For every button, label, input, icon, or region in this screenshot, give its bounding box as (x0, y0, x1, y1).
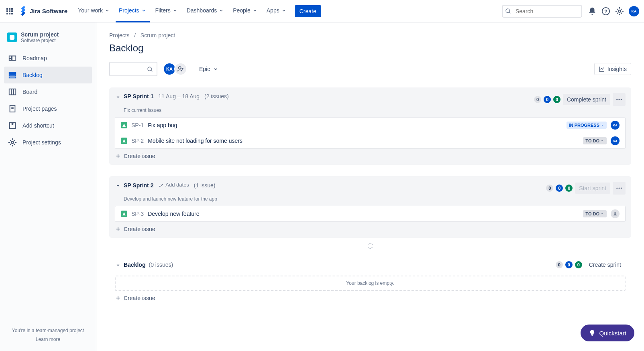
badge-inprogress: 0 (544, 96, 551, 103)
main-content: Projects / Scrum project Backlog KA Epic (96, 22, 644, 351)
chevron-down-icon (141, 8, 147, 13)
chevron-down-icon[interactable] (115, 183, 121, 189)
add-person-icon (177, 65, 184, 73)
epic-label: Epic (199, 66, 210, 72)
search-icon (505, 8, 512, 14)
status-badge[interactable]: TO DO (583, 137, 607, 144)
unassigned-avatar[interactable] (611, 209, 620, 218)
sprint-action-button[interactable]: Complete sprint (563, 94, 610, 105)
status-badge[interactable]: TO DO (583, 210, 607, 217)
search-input[interactable] (502, 5, 582, 18)
sidebar-item-label: Project settings (22, 139, 61, 146)
create-issue-label: Create issue (124, 226, 155, 232)
create-sprint-button[interactable]: Create sprint (585, 259, 626, 271)
svg-line-1 (509, 12, 510, 13)
chevron-down-icon[interactable] (115, 94, 121, 100)
sidebar-item-board[interactable]: Board (4, 83, 92, 100)
jira-logo[interactable]: Jira Software (18, 6, 67, 16)
story-icon (121, 122, 127, 128)
nav-item-people[interactable]: People (230, 0, 261, 22)
nav-label: Apps (267, 7, 279, 14)
sprint-section: SP Sprint 2 Add dates (1 issue) 0 0 0 St… (109, 176, 631, 238)
learn-more-link[interactable]: Learn more (9, 337, 87, 342)
nav-item-dashboards[interactable]: Dashboards (183, 0, 228, 22)
app-switcher-icon[interactable] (5, 6, 14, 16)
breadcrumb-project[interactable]: Scrum project (141, 32, 175, 39)
insights-button[interactable]: Insights (594, 63, 631, 75)
issue-key[interactable]: SP-2 (131, 138, 144, 144)
create-issue-button[interactable]: Create issue (109, 149, 631, 165)
sidebar-icon (8, 121, 17, 130)
svg-rect-8 (9, 89, 16, 95)
issue-key[interactable]: SP-3 (131, 211, 144, 217)
add-people-button[interactable] (174, 63, 187, 75)
drag-handle[interactable] (109, 243, 631, 249)
sidebar-item-label: Backlog (22, 72, 43, 78)
nav-item-apps[interactable]: Apps (263, 0, 290, 22)
sidebar-icon (8, 138, 17, 147)
breadcrumb-projects[interactable]: Projects (109, 32, 130, 39)
svg-rect-5 (9, 73, 16, 74)
pencil-icon (159, 183, 164, 187)
status-badge[interactable]: IN PROGRESS (567, 122, 607, 129)
issue-title: Fix app bug (148, 122, 177, 128)
sidebar-icon (8, 104, 17, 113)
more-button[interactable] (613, 93, 626, 106)
create-button[interactable]: Create (295, 5, 321, 17)
sidebar-item-backlog[interactable]: Backlog (4, 67, 92, 83)
sidebar-item-project-pages[interactable]: Project pages (4, 100, 92, 117)
svg-point-16 (148, 67, 151, 71)
chevron-down-icon[interactable] (115, 262, 121, 268)
issue-row[interactable]: SP-3 Develop new feature TO DO (115, 206, 625, 221)
chevron-down-icon (172, 8, 178, 13)
nav-label: Projects (119, 7, 139, 14)
empty-backlog-message: Your backlog is empty. (115, 276, 626, 291)
project-header[interactable]: Scrum project Software project (4, 31, 92, 50)
nav-item-filters[interactable]: Filters (152, 0, 181, 22)
quickstart-button[interactable]: Quickstart (581, 325, 634, 341)
story-icon (121, 211, 127, 217)
global-search[interactable] (502, 5, 582, 18)
more-icon (615, 185, 623, 192)
sidebar-icon (8, 87, 17, 96)
create-issue-button[interactable]: Create issue (109, 222, 631, 238)
nav-item-your-work[interactable]: Your work (75, 0, 113, 22)
epic-dropdown[interactable]: Epic (196, 63, 222, 75)
issue-row[interactable]: SP-2 Mobile site not loading for some us… (115, 133, 625, 148)
filter-search[interactable] (109, 62, 157, 76)
chevron-down-icon (212, 66, 219, 72)
notifications-icon[interactable] (588, 7, 597, 16)
top-nav: Your workProjectsFiltersDashboardsPeople… (75, 0, 289, 22)
create-issue-button[interactable]: Create issue (115, 291, 626, 307)
chevron-down-icon (218, 8, 224, 13)
assignee-avatar[interactable]: KA (611, 121, 620, 130)
issue-row[interactable]: SP-1 Fix app bug IN PROGRESS KA (115, 118, 625, 133)
sprint-issue-count: (1 issue) (194, 182, 216, 189)
sprint-action-button[interactable]: Start sprint (575, 183, 610, 194)
more-button[interactable] (613, 182, 626, 195)
badge-done: 0 (565, 185, 573, 192)
badge-todo: 0 (556, 261, 563, 268)
nav-label: People (233, 7, 251, 14)
project-icon (7, 32, 17, 42)
svg-text:?: ? (604, 8, 607, 14)
add-dates-button[interactable]: Add dates (159, 182, 189, 188)
assignee-avatar[interactable]: KA (611, 136, 620, 145)
issue-title: Develop new feature (148, 211, 199, 217)
profile-avatar[interactable]: KA (629, 6, 639, 16)
footer-text: You're in a team-managed project (9, 328, 87, 333)
sidebar-item-add-shortcut[interactable]: Add shortcut (4, 117, 92, 134)
nav-item-projects[interactable]: Projects (116, 0, 150, 22)
issue-key[interactable]: SP-1 (131, 122, 144, 128)
help-icon[interactable]: ? (601, 7, 610, 16)
chevron-down-icon (104, 8, 110, 13)
sidebar-item-label: Project pages (22, 106, 57, 112)
sidebar-item-roadmap[interactable]: Roadmap (4, 50, 92, 67)
sidebar-item-project-settings[interactable]: Project settings (4, 134, 92, 151)
story-icon (121, 138, 127, 144)
svg-point-18 (179, 67, 181, 69)
sidebar-item-label: Add shortcut (22, 122, 54, 129)
svg-rect-7 (9, 77, 16, 78)
svg-point-15 (11, 141, 14, 144)
settings-icon[interactable] (615, 7, 624, 16)
